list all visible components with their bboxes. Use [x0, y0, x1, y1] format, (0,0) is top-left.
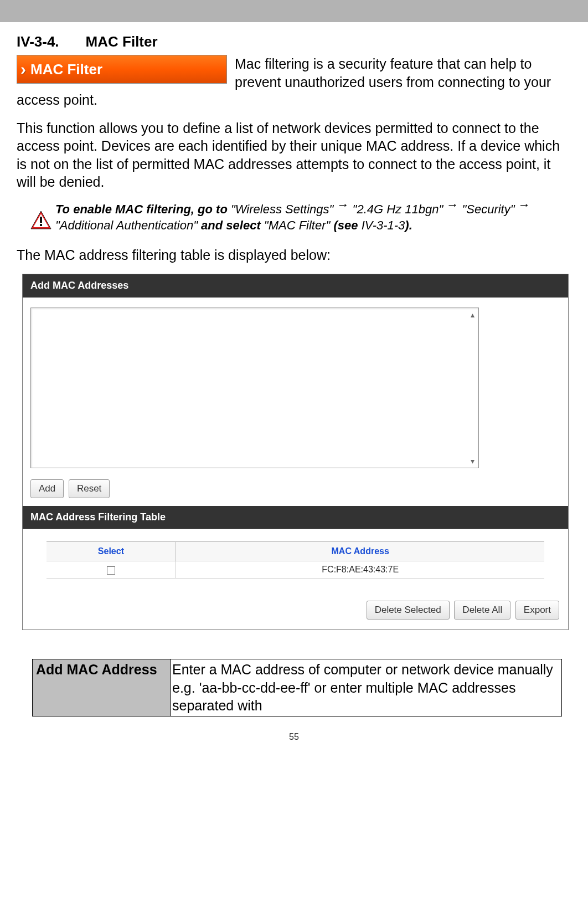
mac-filter-ui: Add MAC Addresses ▴ ▾ Add Reset MAC Addr… — [22, 274, 569, 630]
chevron-right-icon: › — [20, 60, 26, 79]
add-button[interactable]: Add — [30, 479, 64, 498]
mac-address-textarea[interactable]: ▴ ▾ — [30, 308, 479, 468]
col-mac: MAC Address — [176, 542, 545, 561]
add-mac-panel-body: ▴ ▾ Add Reset — [23, 298, 568, 506]
reset-button[interactable]: Reset — [69, 479, 110, 498]
page-number: 55 — [0, 732, 588, 745]
arrow-icon: → — [518, 197, 530, 211]
table-lead-paragraph: The MAC address filtering table is displ… — [17, 246, 569, 264]
warning-icon — [30, 210, 52, 230]
filter-table-panel-header: MAC Address Filtering Table — [23, 506, 568, 529]
arrow-icon: → — [337, 197, 349, 211]
mac-filter-table: Select MAC Address FC:F8:AE:43:43:7E — [47, 541, 545, 579]
top-grey-bar — [0, 0, 588, 22]
scroll-down-icon[interactable]: ▾ — [467, 455, 478, 467]
section-title: MAC Filter — [86, 33, 158, 50]
description-table: Add MAC Address Enter a MAC address of c… — [32, 659, 562, 716]
export-button[interactable]: Export — [515, 601, 559, 620]
section-number: IV-3-4. — [17, 33, 59, 50]
table-row: FC:F8:AE:43:43:7E — [47, 561, 545, 579]
badge-label: MAC Filter — [30, 61, 102, 78]
explain-paragraph: This function allows you to define a lis… — [17, 119, 569, 191]
desc-val-cell: Enter a MAC address of computer or netwo… — [171, 659, 562, 716]
desc-key-cell: Add MAC Address — [33, 659, 171, 716]
section-heading: IV-3-4.MAC Filter — [17, 33, 569, 50]
arrow-icon: → — [446, 197, 458, 211]
svg-rect-3 — [40, 224, 42, 226]
warning-note: To enable MAC filtering, go to "Wireless… — [17, 201, 569, 234]
delete-all-button[interactable]: Delete All — [454, 601, 510, 620]
mac-filter-badge: › MAC Filter — [17, 55, 227, 84]
note-body: To enable MAC filtering, go to "Wireless… — [55, 201, 564, 234]
col-select: Select — [47, 542, 176, 561]
row-checkbox[interactable] — [107, 566, 115, 575]
scroll-up-icon[interactable]: ▴ — [467, 309, 478, 320]
mac-cell: FC:F8:AE:43:43:7E — [176, 561, 545, 579]
svg-rect-2 — [40, 217, 42, 223]
delete-selected-button[interactable]: Delete Selected — [367, 601, 450, 620]
add-mac-panel-header: Add MAC Addresses — [23, 274, 568, 298]
